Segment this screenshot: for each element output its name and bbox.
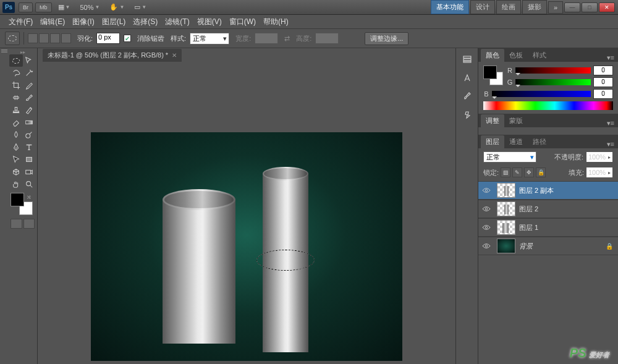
selection-mode-icons[interactable] [28, 33, 71, 43]
layer-name[interactable]: 图层 1 [518, 223, 538, 232]
dodge-tool[interactable] [23, 129, 36, 141]
menu-select[interactable]: 选择(S) [129, 17, 161, 27]
wand-tool[interactable] [23, 67, 36, 79]
b-value[interactable]: 0 [593, 89, 613, 99]
b-slider[interactable] [492, 91, 591, 97]
swap-colors-icon[interactable]: ⤭ [27, 194, 32, 200]
bridge-button[interactable]: Br [19, 2, 33, 12]
workspace-photo[interactable]: 摄影 [522, 0, 547, 14]
sel-new-icon[interactable] [28, 33, 38, 43]
layer-name[interactable]: 图层 2 [518, 205, 538, 214]
zoom-dropdown[interactable]: 50%▼ [77, 2, 102, 12]
layer-thumb[interactable] [497, 220, 515, 235]
current-tool-icon[interactable] [5, 32, 20, 45]
heal-tool[interactable] [9, 91, 23, 104]
color-panel-menu[interactable]: ▾≡ [603, 54, 618, 62]
canvas[interactable] [91, 132, 402, 361]
layer-thumb[interactable] [497, 201, 515, 216]
canvas-area[interactable] [38, 62, 455, 364]
brush-tool[interactable] [23, 91, 36, 104]
layer-name[interactable]: 背景 [518, 242, 533, 251]
r-value[interactable]: 0 [593, 66, 613, 75]
antialias-checkbox[interactable]: ✔ [124, 35, 131, 42]
visibility-icon[interactable] [478, 243, 494, 249]
marquee-tool[interactable] [9, 54, 23, 67]
fg-color-swatch[interactable] [11, 193, 24, 206]
character-panel-icon[interactable] [460, 72, 474, 84]
menu-edit[interactable]: 编辑(E) [36, 17, 69, 27]
workspace-more[interactable]: » [548, 1, 563, 14]
history-brush-tool[interactable] [23, 104, 36, 116]
feather-input[interactable]: 0 px [96, 33, 120, 44]
sel-sub-icon[interactable] [50, 33, 60, 43]
eyedropper-tool[interactable] [23, 79, 36, 91]
standard-mode[interactable] [11, 219, 22, 229]
tab-masks[interactable]: 蒙版 [504, 114, 528, 127]
tool-presets-icon[interactable] [460, 109, 474, 121]
visibility-icon[interactable] [478, 224, 494, 231]
tab-channels[interactable]: 通道 [504, 135, 528, 148]
layer-row[interactable]: 图层 2 副本 [478, 181, 618, 200]
visibility-icon[interactable] [478, 206, 494, 212]
lock-pos-icon[interactable]: ✥ [524, 167, 534, 177]
move-tool[interactable] [23, 54, 36, 67]
lock-trans-icon[interactable]: ▨ [501, 167, 510, 177]
hand-tool[interactable] [9, 178, 23, 190]
style-select[interactable]: 正常 [190, 33, 229, 44]
menu-filter[interactable]: 滤镜(T) [161, 17, 193, 27]
crop-tool[interactable] [9, 79, 23, 91]
lock-all-icon[interactable]: 🔒 [536, 167, 546, 177]
tab-swatches[interactable]: 色板 [504, 49, 528, 62]
path-select-tool[interactable] [9, 153, 23, 166]
menu-layer[interactable]: 图层(L) [98, 17, 130, 27]
stamp-tool[interactable] [9, 104, 23, 116]
hand-dropdown[interactable]: ✋▼ [107, 2, 127, 12]
layer-row[interactable]: 背景 🔒 [478, 237, 618, 255]
color-swatches[interactable]: ⤭ [11, 193, 33, 215]
document-tab[interactable]: 未标题-1 @ 50% (图层 2 副本, RGB/8) * ✕ [43, 49, 182, 62]
history-panel-icon[interactable] [460, 53, 474, 66]
brushes-panel-icon[interactable] [460, 90, 474, 103]
g-value[interactable]: 0 [593, 77, 613, 87]
workspace-design[interactable]: 设计 [470, 0, 495, 14]
shape-tool[interactable] [23, 153, 36, 166]
gradient-tool[interactable] [23, 116, 36, 129]
workspace-basic[interactable]: 基本功能 [431, 0, 469, 14]
layer-thumb[interactable] [497, 239, 515, 253]
screen-mode-dropdown[interactable]: ▭▼ [132, 2, 149, 12]
minibridge-button[interactable]: Mb [35, 2, 52, 12]
opacity-input[interactable]: 100%▸ [586, 151, 613, 163]
lasso-tool[interactable] [9, 67, 23, 79]
type-tool[interactable] [23, 141, 36, 153]
spectrum-bar[interactable] [483, 101, 613, 110]
sel-int-icon[interactable] [61, 33, 71, 43]
window-maximize[interactable]: □ [582, 2, 598, 12]
r-slider[interactable] [515, 67, 591, 74]
layer-row[interactable]: 图层 1 [478, 218, 618, 237]
sel-add-icon[interactable] [39, 33, 49, 43]
eraser-tool[interactable] [9, 116, 23, 129]
close-tab-icon[interactable]: ✕ [172, 52, 177, 59]
adjust-panel-menu[interactable]: ▾≡ [603, 119, 618, 127]
tab-layers[interactable]: 图层 [481, 135, 504, 148]
camera-tool[interactable] [23, 166, 36, 178]
tab-styles[interactable]: 样式 [528, 49, 551, 62]
view-layout-dropdown[interactable]: ▦▼ [56, 2, 73, 12]
quickmask-mode[interactable] [23, 219, 35, 229]
lock-pixels-icon[interactable]: ✎ [512, 167, 522, 177]
layers-panel-menu[interactable]: ▾≡ [603, 140, 618, 148]
layer-name[interactable]: 图层 2 副本 [518, 186, 554, 195]
blend-mode-select[interactable]: 正常 [483, 151, 536, 163]
tab-paths[interactable]: 路径 [528, 135, 551, 148]
menu-file[interactable]: 文件(F) [5, 17, 36, 27]
panel-fg-swatch[interactable] [483, 66, 497, 79]
menu-help[interactable]: 帮助(H) [260, 17, 292, 27]
menu-image[interactable]: 图像(I) [69, 17, 98, 27]
layer-row[interactable]: 图层 2 [478, 200, 618, 218]
window-close[interactable]: ✕ [599, 2, 615, 12]
menu-view[interactable]: 视图(V) [193, 17, 226, 27]
pen-tool[interactable] [9, 141, 23, 153]
zoom-tool[interactable] [23, 178, 36, 190]
blur-tool[interactable] [9, 129, 23, 141]
window-minimize[interactable]: — [564, 2, 580, 12]
